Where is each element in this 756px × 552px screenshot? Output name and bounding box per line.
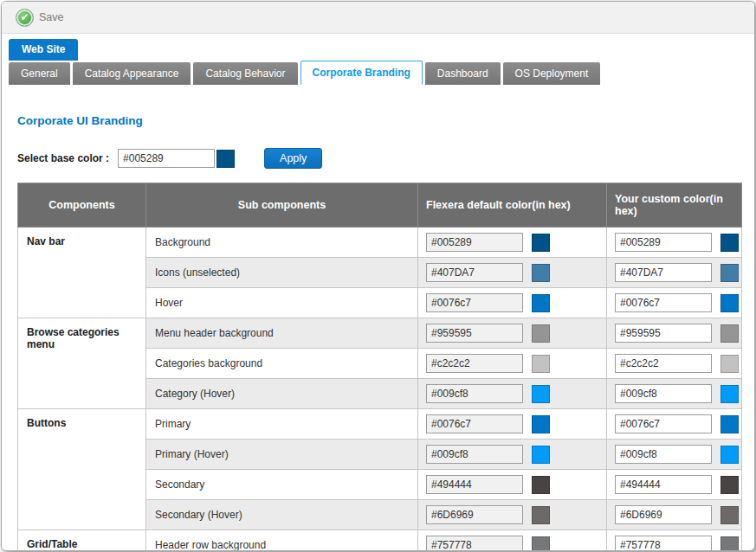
default-color-swatch <box>532 294 550 312</box>
custom-color-cell <box>607 258 742 288</box>
custom-color-cell <box>607 288 742 318</box>
default-color-cell <box>418 349 607 379</box>
sub-component-cell: Primary (Hover) <box>146 440 418 470</box>
custom-color-swatch[interactable] <box>720 355 739 373</box>
default-color-swatch <box>532 476 550 494</box>
default-color-cell <box>418 379 607 409</box>
default-color-cell <box>418 318 607 349</box>
custom-hex-input[interactable] <box>615 536 712 551</box>
default-color-swatch <box>532 446 550 464</box>
custom-color-swatch[interactable] <box>720 264 739 282</box>
sub-component-cell: Primary <box>146 409 418 440</box>
col-header-custom-color: Your custom color(in hex) <box>607 183 742 228</box>
custom-color-swatch[interactable] <box>720 324 739 343</box>
base-color-row: Select base color : Apply <box>17 148 754 169</box>
default-color-cell <box>418 440 607 470</box>
default-hex-input <box>426 293 523 312</box>
save-button[interactable]: ✔ Save <box>16 9 64 27</box>
default-color-swatch <box>532 385 550 403</box>
component-cell: Nav bar <box>18 228 146 318</box>
base-color-input[interactable] <box>118 149 215 168</box>
custom-color-swatch[interactable] <box>720 536 739 551</box>
default-color-swatch <box>532 324 550 343</box>
custom-color-cell <box>607 440 742 470</box>
sub-component-cell: Categories background <box>146 349 418 379</box>
apply-button[interactable]: Apply <box>264 148 322 169</box>
custom-color-swatch[interactable] <box>720 234 739 252</box>
custom-color-swatch[interactable] <box>720 294 739 312</box>
custom-hex-input[interactable] <box>615 293 712 312</box>
tab-catalog-appearance[interactable]: Catalog Appearance <box>73 62 191 85</box>
custom-color-swatch[interactable] <box>720 415 739 433</box>
table-row: Browse categories menuMenu header backgr… <box>18 318 742 349</box>
custom-color-swatch[interactable] <box>720 506 739 524</box>
sub-component-cell: Category (Hover) <box>146 379 418 409</box>
component-cell: Browse categories menu <box>18 318 146 409</box>
sub-component-cell: Menu header background <box>146 318 418 349</box>
base-color-swatch[interactable] <box>216 150 235 168</box>
custom-hex-input[interactable] <box>615 324 712 343</box>
branding-table-body: Nav barBackgroundIcons (unselected)Hover… <box>18 228 742 552</box>
component-cell: Grid/Table <box>18 530 146 552</box>
tab-corporate-branding[interactable]: Corporate Branding <box>300 61 423 85</box>
content: Corporate UI Branding Select base color … <box>2 114 754 551</box>
tab-dashboard[interactable]: Dashboard <box>425 62 501 85</box>
primary-tabbar: Web Site <box>2 34 754 61</box>
col-header-sub-components: Sub components <box>146 183 418 228</box>
custom-color-cell <box>607 349 742 379</box>
tab-os-deployment[interactable]: OS Deployment <box>503 62 601 85</box>
custom-color-swatch[interactable] <box>720 446 739 464</box>
sub-component-cell: Secondary <box>146 470 418 500</box>
custom-color-swatch[interactable] <box>720 476 739 494</box>
corporate-branding-window: ✔ Save Web Site GeneralCatalog Appearanc… <box>1 1 755 551</box>
custom-color-cell <box>607 228 742 258</box>
tab-general[interactable]: General <box>9 62 70 85</box>
default-hex-input <box>426 445 523 464</box>
default-hex-input <box>426 414 523 433</box>
sub-component-cell: Hover <box>146 288 418 318</box>
table-row: Nav barBackground <box>18 228 742 258</box>
save-check-icon: ✔ <box>16 9 34 27</box>
component-cell: Buttons <box>18 409 146 530</box>
default-color-cell <box>418 500 607 530</box>
table-row: ButtonsPrimary <box>18 409 742 440</box>
default-hex-input <box>426 233 523 252</box>
default-hex-input <box>426 354 523 373</box>
custom-color-cell <box>607 530 742 552</box>
default-color-cell <box>418 228 607 258</box>
default-color-cell <box>418 288 607 318</box>
custom-color-cell <box>607 318 742 349</box>
custom-hex-input[interactable] <box>615 505 712 524</box>
default-hex-input <box>426 536 523 551</box>
save-label: Save <box>39 11 64 23</box>
custom-hex-input[interactable] <box>615 354 712 373</box>
custom-color-cell <box>607 379 742 409</box>
default-color-cell <box>418 470 607 500</box>
sub-component-cell: Header row background <box>146 530 418 552</box>
custom-hex-input[interactable] <box>615 233 712 252</box>
custom-hex-input[interactable] <box>615 384 712 403</box>
custom-hex-input[interactable] <box>615 263 712 282</box>
custom-color-cell <box>607 470 742 500</box>
custom-hex-input[interactable] <box>615 445 712 464</box>
custom-hex-input[interactable] <box>615 475 712 494</box>
custom-color-swatch[interactable] <box>720 385 739 403</box>
toolbar: ✔ Save <box>2 2 754 34</box>
table-row: Grid/TableHeader row background <box>18 530 742 552</box>
default-color-swatch <box>532 355 550 373</box>
secondary-tabbar: GeneralCatalog AppearanceCatalog Behavio… <box>2 61 754 85</box>
tab-catalog-behavior[interactable]: Catalog Behavior <box>193 62 297 85</box>
custom-color-cell <box>607 500 742 530</box>
default-hex-input <box>426 475 523 494</box>
default-color-swatch <box>532 264 550 282</box>
default-hex-input <box>426 263 523 282</box>
sub-component-cell: Background <box>146 228 418 258</box>
default-color-cell <box>418 409 607 440</box>
branding-table: Components Sub components Flexera defaul… <box>17 183 742 551</box>
default-hex-input <box>426 384 523 403</box>
default-hex-input <box>426 324 523 343</box>
default-color-cell <box>418 258 607 288</box>
base-color-label: Select base color : <box>17 152 109 164</box>
tab-web-site[interactable]: Web Site <box>9 39 78 61</box>
custom-hex-input[interactable] <box>615 414 712 433</box>
